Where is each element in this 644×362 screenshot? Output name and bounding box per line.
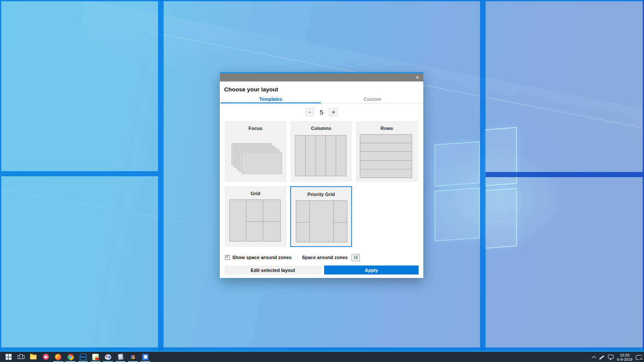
paint-app-button[interactable] [102, 352, 114, 362]
camera-app-icon [43, 354, 49, 360]
notes-app-button[interactable] [114, 352, 127, 362]
show-space-checkbox[interactable]: ✓ [225, 255, 230, 260]
apply-button[interactable]: Apply [324, 265, 419, 275]
photoshop-button[interactable]: Ps [77, 352, 89, 362]
photoshop-icon: Ps [80, 354, 86, 360]
taskbar-apps: Ps [0, 352, 644, 362]
file-explorer-button[interactable] [27, 352, 39, 362]
dialog-titlebar[interactable]: ✕ [220, 73, 423, 81]
template-card-priority-grid[interactable]: Priority Grid [290, 186, 352, 247]
clock-time: 10:26 [617, 353, 632, 357]
task-view-icon [18, 354, 24, 359]
taskbar-clock[interactable]: 10:26 6-9-2019 [617, 353, 632, 362]
template-card-columns[interactable]: Columns [290, 121, 352, 182]
task-view-button[interactable] [15, 352, 27, 362]
template-label: Priority Grid [291, 192, 351, 197]
display-icon[interactable] [608, 355, 614, 359]
zone-divider-horizontal-left [1, 171, 158, 176]
zone-right-bottom [486, 177, 643, 347]
active-tab-underline [221, 103, 321, 103]
space-around-label: Space around zones [302, 255, 348, 260]
camera-app-button[interactable] [39, 352, 52, 362]
paint-app-icon [105, 354, 111, 360]
tab-templates[interactable]: Templates [220, 97, 322, 103]
grid-preview [229, 199, 281, 241]
template-label: Grid [225, 191, 286, 196]
clock-date: 6-9-2019 [617, 357, 632, 362]
template-card-grid[interactable]: Grid [225, 186, 286, 247]
checkmark-icon: ✓ [225, 254, 229, 259]
desktop: ✕ Choose your layout Templates Custom - … [0, 0, 644, 362]
zone-frame-top [0, 0, 644, 1]
show-space-label: Show space around zones [232, 255, 292, 260]
grid-app-button[interactable] [127, 352, 139, 362]
pdf-app-button[interactable] [89, 352, 102, 362]
zone-right-top [486, 1, 643, 172]
columns-preview [295, 135, 346, 176]
zone-left-top [1, 1, 158, 171]
template-card-focus[interactable]: Focus [225, 121, 286, 182]
tab-custom[interactable]: Custom [322, 97, 423, 103]
pdf-app-icon [92, 354, 99, 360]
pen-icon[interactable] [599, 355, 604, 359]
grid-app-icon [130, 354, 136, 360]
zone-divider-vertical-right [480, 0, 486, 351]
edit-selected-layout-button[interactable]: Edit selected layout [225, 265, 321, 275]
options-row: ✓ Show space around zones Space around z… [225, 253, 360, 261]
template-label: Rows [356, 126, 418, 131]
focus-preview-rect [242, 152, 282, 174]
firefox-icon [55, 354, 61, 360]
page-title: Choose your layout [224, 86, 278, 93]
file-explorer-icon [30, 355, 36, 359]
layout-template-grid: Focus Columns Rows Grid [225, 121, 418, 247]
windows-start-icon [6, 354, 12, 360]
notes-app-icon [118, 353, 124, 360]
zone-divider-horizontal-right [486, 172, 643, 177]
firefox-button[interactable] [52, 352, 64, 362]
zone-count-spinner: - 5 + [220, 107, 423, 117]
window-app-button[interactable] [139, 352, 152, 362]
zone-divider-vertical-left [158, 0, 164, 351]
decrease-zones-button[interactable]: - [305, 107, 315, 117]
template-label: Focus [225, 126, 286, 131]
increase-zones-button[interactable]: + [328, 107, 338, 117]
window-app-icon [142, 354, 149, 360]
fancyzones-editor-dialog: ✕ Choose your layout Templates Custom - … [220, 72, 423, 278]
system-tray: 10:26 6-9-2019 21 [592, 353, 642, 362]
zone-count-value: 5 [319, 109, 325, 116]
chrome-icon [67, 354, 74, 360]
space-around-input[interactable] [352, 254, 360, 261]
template-card-rows[interactable]: Rows [356, 121, 418, 182]
start-button[interactable] [2, 352, 15, 362]
chrome-button[interactable] [64, 352, 77, 362]
taskbar: Ps 10:26 6-9-2019 [0, 351, 644, 362]
dialog-button-row: Edit selected layout Apply [225, 265, 419, 275]
zone-left-bottom [1, 176, 158, 347]
hidden-icons-chevron-icon[interactable] [592, 356, 596, 360]
priority-grid-preview [296, 200, 347, 242]
notification-badge: 21 [639, 356, 644, 361]
rows-preview [360, 134, 412, 178]
close-icon[interactable]: ✕ [411, 73, 423, 81]
template-label: Columns [290, 126, 352, 131]
action-center-icon[interactable]: 21 [636, 355, 642, 360]
zone-frame-bottom [0, 347, 644, 351]
